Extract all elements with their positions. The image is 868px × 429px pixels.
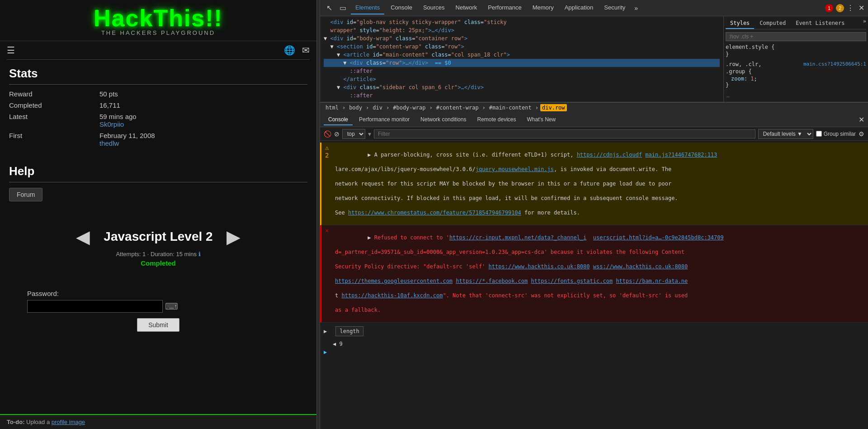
console-context-select[interactable]: top (342, 129, 365, 139)
panel-divider (316, 0, 320, 429)
warning-link3[interactable]: jquery.mousewheel.min.js (476, 166, 554, 172)
globe-icon[interactable]: 🌐 (284, 45, 295, 56)
error-link8[interactable]: https://bam.nr-data.ne (616, 278, 688, 284)
breadcrumb-div-row[interactable]: div.row (540, 104, 567, 111)
html-tree[interactable]: <div id="glob-nav sticky sticky-wrapper"… (320, 16, 723, 102)
stat-first: First February 11, 2008 thedlw (9, 132, 307, 147)
error-link7[interactable]: https://fonts.gstatic.com (531, 278, 613, 284)
help-title: Help (9, 164, 307, 178)
breadcrumb-bar: html › body › div › #body-wrap › #conten… (320, 102, 868, 113)
tab-sources[interactable]: Sources (419, 1, 449, 14)
console-gear-icon[interactable]: ⚙ (859, 130, 864, 138)
styles-tab-computed[interactable]: Computed (755, 18, 790, 29)
warning-icon: ⚠ 2 (325, 144, 333, 224)
console-error-msg: ✕ ▶ Refused to connect to 'https://cr-in… (320, 225, 868, 323)
length-row-wrapper: ▶ length (324, 324, 367, 338)
stat-reward-value: 50 pts (99, 90, 118, 98)
console-tab-perf-monitor[interactable]: Performance monitor (354, 114, 414, 125)
group-similar-toggle[interactable]: Group similar (816, 131, 856, 137)
tab-performance[interactable]: Performance (483, 1, 526, 14)
breadcrumb-main-content[interactable]: #main-content (487, 104, 533, 111)
error-text: ▶ Refused to connect to 'https://cr-inpu… (335, 227, 864, 321)
challenge-meta: Attempts: 1 · Duration: 15 mins ℹ (9, 251, 307, 257)
stat-latest-user[interactable]: Sk0rpiio (99, 120, 137, 128)
console-tab-console[interactable]: Console (324, 114, 353, 125)
error-link3[interactable]: https://www.hackthis.co.uk:8080 (489, 263, 590, 270)
logo-subtitle: THE HACKERS PLAYGROUND (9, 29, 307, 36)
warning-link1[interactable]: https://cdnjs.cloudf (577, 152, 642, 158)
devtools-panel: ↖ ▭ Elements Console Sources Network Per… (320, 0, 868, 429)
stats-title: Stats (9, 67, 307, 81)
forum-button[interactable]: Forum (9, 188, 42, 201)
group-similar-checkbox[interactable] (816, 131, 822, 137)
help-divider (9, 182, 307, 182)
breadcrumb-content-wrap[interactable]: #content-wrap (434, 104, 481, 111)
console-tab-network-conditions[interactable]: Network conditions (416, 114, 471, 125)
submit-button[interactable]: Submit (137, 318, 179, 332)
styles-panel: Styles Computed Event Listeners » elemen… (723, 16, 868, 102)
tab-network[interactable]: Network (451, 1, 482, 14)
warning-link2[interactable]: main.js?1446747682:113 (645, 152, 717, 158)
styles-more-icon[interactable]: » (863, 18, 866, 29)
breadcrumb-body-wrap[interactable]: #body-wrap (391, 104, 427, 111)
console-tab-whats-new[interactable]: What's New (523, 114, 561, 125)
mail-icon[interactable]: ✉ (302, 45, 310, 56)
tab-elements[interactable]: Elements (351, 1, 384, 14)
console-settings-icon[interactable]: ⊘ (334, 130, 340, 138)
info-icon[interactable]: ℹ (198, 251, 201, 257)
hamburger-menu[interactable]: ☰ (7, 45, 15, 56)
tab-console[interactable]: Console (386, 1, 417, 14)
stat-completed: Completed 16,711 (9, 101, 307, 109)
devtools-device-icon[interactable]: ▭ (337, 2, 349, 14)
html-line-selected[interactable]: ▼ <div class="row">…</div> == $0 (324, 59, 720, 67)
keyboard-icon[interactable]: ⌨ (165, 301, 178, 312)
stat-reward: Reward 50 pts (9, 90, 307, 98)
console-close-button[interactable]: ✕ (859, 115, 864, 124)
expand-triangle[interactable]: ▶ (324, 328, 327, 334)
prev-challenge-button[interactable]: ◀ (76, 226, 90, 247)
length-display: length (335, 326, 363, 336)
more-tabs-icon[interactable]: » (632, 3, 641, 14)
password-input-row: ⌨ (27, 300, 289, 313)
breadcrumb-body[interactable]: body (347, 104, 364, 111)
warning-link4[interactable]: https://www.chromestatus.com/feature/571… (348, 210, 521, 216)
error-link1[interactable]: https://cr-input.mxpnl.net/data?_channel… (449, 234, 586, 241)
styles-filter-input[interactable] (726, 32, 866, 41)
todo-link[interactable]: profile image (52, 419, 85, 425)
devtools-close-button[interactable]: ✕ (859, 4, 864, 12)
error-link6[interactable]: https://*.facebook.com (456, 278, 528, 284)
console-tab-remote-devices[interactable]: Remote devices (472, 114, 520, 125)
next-challenge-button[interactable]: ▶ (226, 226, 241, 247)
console-tabs: Console Performance monitor Network cond… (320, 113, 868, 127)
console-filter-input[interactable] (374, 129, 755, 138)
error-badge: 1 (825, 4, 833, 12)
error-icon: ✕ (325, 227, 333, 321)
style-rule-row: .row, .clr, main.css?1492506645:1 .group… (726, 61, 866, 88)
styles-tab-event-listeners[interactable]: Event Listeners (791, 18, 849, 29)
stat-first-label: First (9, 132, 99, 147)
challenge-section: ◀ Javascript Level 2 ▶ Attempts: 1 · Dur… (0, 217, 316, 276)
error-link9[interactable]: https://hackthis-10af.kxcdn.com (341, 292, 443, 299)
styles-tab-styles[interactable]: Styles (726, 18, 754, 29)
console-level-select[interactable]: Default levels ▼ (758, 129, 813, 139)
password-input[interactable] (27, 300, 163, 313)
devtools-more-menu[interactable]: ⋮ (847, 4, 854, 12)
stats-divider (9, 84, 307, 85)
challenge-completed: Completed (9, 259, 307, 267)
html-line: ::after (324, 67, 720, 75)
tab-security[interactable]: Security (599, 1, 630, 14)
tab-application[interactable]: Application (560, 1, 598, 14)
styles-tabs: Styles Computed Event Listeners » (726, 18, 866, 29)
error-link2[interactable]: userscript.html?id=a…-0c9e2845bd8c:34709 (593, 234, 724, 241)
stats-section: Stats Reward 50 pts Completed 16,711 Lat… (0, 60, 316, 157)
devtools-pointer-icon[interactable]: ↖ (324, 2, 335, 14)
clear-console-button[interactable]: 🚫 (324, 130, 331, 138)
error-link4[interactable]: wss://www.hackthis.co.uk:8080 (593, 263, 688, 270)
breadcrumb-div[interactable]: div (371, 104, 384, 111)
style-rule-element: element.style { } (726, 44, 866, 57)
stat-first-user[interactable]: thedlw (99, 139, 155, 147)
breadcrumb-html[interactable]: html (324, 104, 340, 111)
console-prompt[interactable]: ▶ (320, 348, 868, 356)
tab-memory[interactable]: Memory (528, 1, 558, 14)
error-link5[interactable]: https://themes.googleusercontent.com (335, 278, 453, 284)
